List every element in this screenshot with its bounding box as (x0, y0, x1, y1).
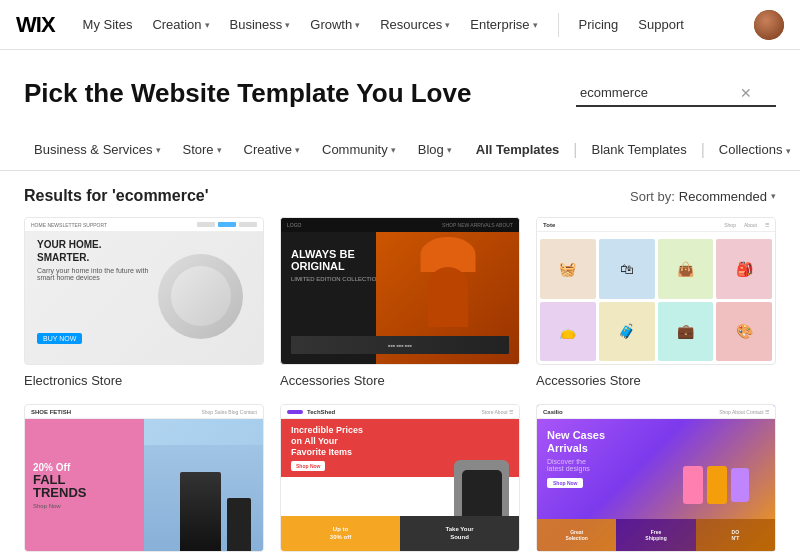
filter-store[interactable]: Store ▾ (173, 136, 232, 163)
template-name: Accessories Store (536, 373, 776, 388)
template-card[interactable]: TechShed Store About ☰ Incredible Prices… (280, 404, 520, 552)
nav-item-mysites[interactable]: My Sites (75, 11, 141, 38)
search-input[interactable] (580, 85, 740, 100)
template-thumbnail: HOME NEWSLETTER SUPPORT YOUR HOME.SMARTE… (24, 217, 264, 365)
chevron-down-icon: ▾ (355, 20, 360, 30)
chevron-down-icon: ▾ (156, 145, 161, 155)
chevron-down-icon: ▾ (391, 145, 396, 155)
filter-nav: Business & Services ▾ Store ▾ Creative ▾… (0, 129, 800, 171)
template-card[interactable]: HOME NEWSLETTER SUPPORT YOUR HOME.SMARTE… (24, 217, 264, 388)
wix-logo[interactable]: WIX (16, 12, 55, 38)
filter-left: Business & Services ▾ Store ▾ Creative ▾… (24, 136, 462, 163)
template-card[interactable]: SHOE FETISH Shop Sales Blog Contact 20% … (24, 404, 264, 552)
chevron-down-icon: ▾ (533, 20, 538, 30)
filter-collections[interactable]: Collections ▾ (705, 136, 800, 163)
template-thumbnail: SHOE FETISH Shop Sales Blog Contact 20% … (24, 404, 264, 552)
filter-community[interactable]: Community ▾ (312, 136, 406, 163)
phone-shape (683, 466, 703, 504)
template-thumbnail: TechShed Store About ☰ Incredible Prices… (280, 404, 520, 552)
phone-shape (731, 468, 749, 502)
nav-item-support[interactable]: Support (630, 11, 692, 38)
filter-business-services[interactable]: Business & Services ▾ (24, 136, 171, 163)
chevron-down-icon: ▾ (217, 145, 222, 155)
sort-value: Recommended (679, 189, 767, 204)
results-header: Results for 'ecommerce' Sort by: Recomme… (0, 171, 800, 217)
nav-item-creation[interactable]: Creation ▾ (144, 11, 217, 38)
nav-item-resources[interactable]: Resources ▾ (372, 11, 458, 38)
nav-item-enterprise[interactable]: Enterprise ▾ (462, 11, 545, 38)
template-card[interactable]: Casilio Shop About Contact ☰ New CasesAr… (536, 404, 776, 552)
header: WIX My Sites Creation ▾ Business ▾ Growt… (0, 0, 800, 50)
chevron-down-icon: ▾ (786, 146, 791, 156)
search-clear-icon[interactable]: ✕ (740, 85, 752, 101)
results-title: Results for 'ecommerce' (24, 187, 209, 205)
filter-blog[interactable]: Blog ▾ (408, 136, 462, 163)
filter-creative[interactable]: Creative ▾ (234, 136, 310, 163)
nav-item-pricing[interactable]: Pricing (571, 11, 627, 38)
filter-blank-templates[interactable]: Blank Templates (578, 136, 701, 163)
template-card[interactable]: LOGO SHOP NEW ARRIVALS ABOUT ALWAYS BEOR… (280, 217, 520, 388)
avatar[interactable] (754, 10, 784, 40)
page-title: Pick the Website Template You Love (24, 78, 471, 109)
template-thumbnail: Casilio Shop About Contact ☰ New CasesAr… (536, 404, 776, 552)
template-grid: HOME NEWSLETTER SUPPORT YOUR HOME.SMARTE… (0, 217, 800, 552)
nav-items: My Sites Creation ▾ Business ▾ Growth ▾ … (75, 11, 754, 38)
chevron-down-icon: ▾ (771, 191, 776, 201)
template-thumbnail: Tote Shop About ☰ 🧺 🛍 👜 🎒 👝 🧳 💼 🎨 (536, 217, 776, 365)
sort-label: Sort by: (630, 189, 675, 204)
chevron-down-icon: ▾ (295, 145, 300, 155)
template-name: Accessories Store (280, 373, 520, 388)
search-box: ✕ (576, 81, 776, 107)
hero-section: Pick the Website Template You Love ✕ (0, 50, 800, 129)
nav-item-growth[interactable]: Growth ▾ (302, 11, 368, 38)
nav-divider (558, 13, 559, 37)
sort-by[interactable]: Sort by: Recommended ▾ (630, 189, 776, 204)
template-thumbnail: LOGO SHOP NEW ARRIVALS ABOUT ALWAYS BEOR… (280, 217, 520, 365)
filter-right: All Templates | Blank Templates | Collec… (462, 136, 800, 163)
chevron-down-icon: ▾ (445, 20, 450, 30)
chevron-down-icon: ▾ (447, 145, 452, 155)
template-card[interactable]: Tote Shop About ☰ 🧺 🛍 👜 🎒 👝 🧳 💼 🎨 Access… (536, 217, 776, 388)
template-name: Electronics Store (24, 373, 264, 388)
chevron-down-icon: ▾ (285, 20, 290, 30)
phone-shape (707, 466, 727, 504)
nav-item-business[interactable]: Business ▾ (222, 11, 299, 38)
filter-all-templates[interactable]: All Templates (462, 136, 574, 163)
chevron-down-icon: ▾ (205, 20, 210, 30)
avatar-image (754, 10, 784, 40)
